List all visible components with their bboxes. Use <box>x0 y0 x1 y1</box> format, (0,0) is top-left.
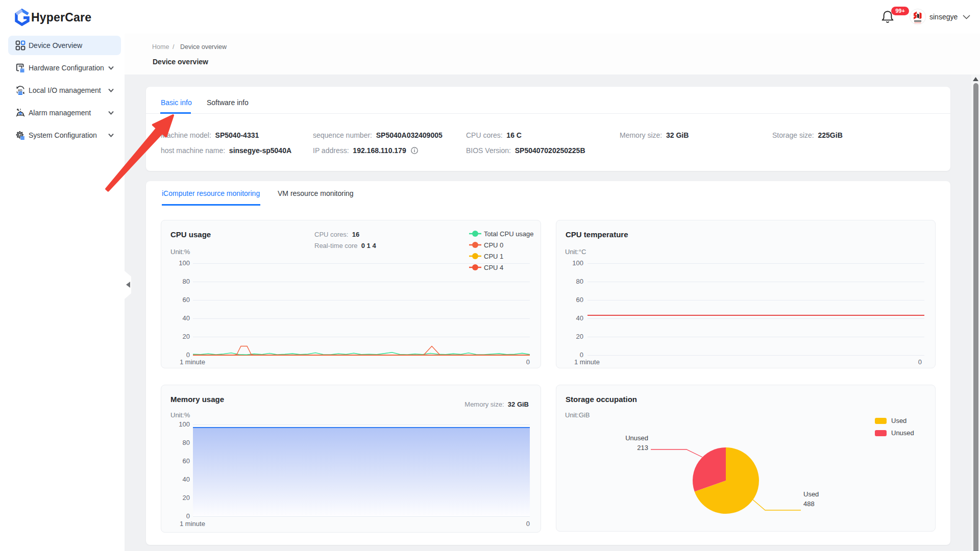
svg-text:I/O: I/O <box>18 88 22 92</box>
